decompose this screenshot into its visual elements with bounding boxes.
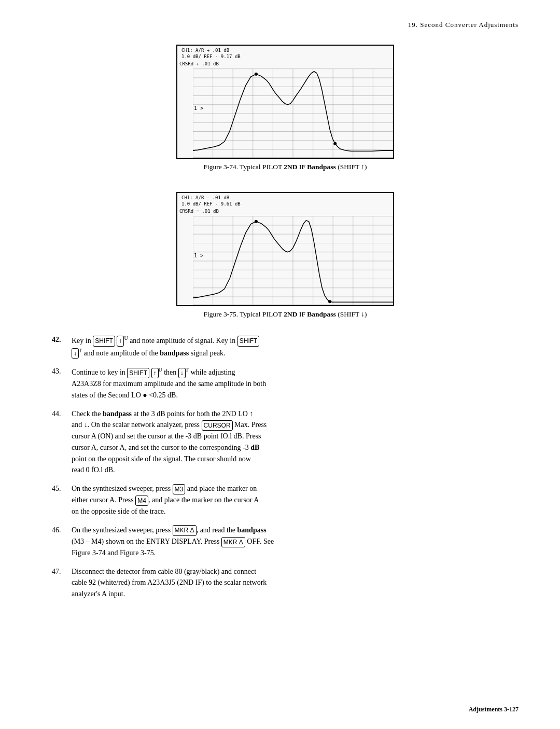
sup-t-1: T xyxy=(79,348,82,353)
osc-74-line2: 1.0 dB/ REF - 9.17 dB xyxy=(181,54,241,60)
kbd-shift-2: SHIFT xyxy=(237,336,260,347)
kbd-m3: M3 xyxy=(173,484,186,495)
list-item-44: 44. Check the bandpass at the 3 dB point… xyxy=(52,408,519,476)
osc-74-header: CH1: A/R + .01 dB 1.0 dB/ REF - 9.17 dB xyxy=(179,47,243,61)
list-item-45: 45. On the synthesized sweeper, press M3… xyxy=(52,483,519,517)
list-num-47: 47. xyxy=(52,566,72,600)
osc-75-svg: 1 > xyxy=(193,216,393,305)
osc-74-line1: CH1: A/R + .01 dB xyxy=(181,48,241,54)
footer-text: Adjustments 3-127 xyxy=(469,706,519,713)
kbd-shift-1: SHIFT xyxy=(93,336,115,347)
page-footer: Adjustments 3-127 xyxy=(469,706,519,713)
list-num-42: 42. xyxy=(52,334,72,359)
figure-74-caption: Figure 3-74. Typical PILOT 2ND IF Bandpa… xyxy=(203,163,367,171)
svg-point-48 xyxy=(328,300,331,303)
figure-74-block: CH1: A/R + .01 dB 1.0 dB/ REF - 9.17 dB … xyxy=(52,45,519,182)
kbd-up-2: ↑ xyxy=(151,368,159,379)
list-text-45: On the synthesized sweeper, press M3 and… xyxy=(72,483,519,517)
kbd-m4: M4 xyxy=(135,496,148,506)
kbd-down-1: ↓ xyxy=(72,348,79,359)
osc-75-line1: CH1: A/R - .01 dB xyxy=(181,195,241,201)
figure-75-block: CH1: A/R - .01 dB 1.0 dB/ REF - 9.61 dB … xyxy=(52,192,519,329)
osc-75-header: CH1: A/R - .01 dB 1.0 dB/ REF - 9.61 dB xyxy=(179,194,243,208)
list-num-46: 46. xyxy=(52,525,72,559)
svg-text:1 >: 1 > xyxy=(194,253,203,258)
oscilloscope-74: CH1: A/R + .01 dB 1.0 dB/ REF - 9.17 dB … xyxy=(176,45,394,159)
list-item-42: 42. Key in SHIFT ↑U and note amplitude o… xyxy=(52,334,519,359)
kbd-mkr-delta-1: MKR Δ xyxy=(173,525,197,536)
list-item-46: 46. On the synthesized sweeper, press MK… xyxy=(52,525,519,559)
page-header: 19. Second Converter Adjustments xyxy=(52,21,519,29)
osc-74-crsr: CRSRd + .01 dB xyxy=(179,61,219,66)
list-text-44: Check the bandpass at the 3 dB points fo… xyxy=(72,408,519,476)
kbd-shift-3: SHIFT xyxy=(127,368,149,379)
kbd-up-1: ↑ xyxy=(117,336,124,347)
list-item-43: 43. Continue to key in SHIFT ↑U then ↓T … xyxy=(52,366,519,401)
list-num-43: 43. xyxy=(52,366,72,401)
osc-74-svg: 1 > xyxy=(193,68,393,158)
svg-point-22 xyxy=(255,73,258,76)
list-text-43: Continue to key in SHIFT ↑U then ↓T whil… xyxy=(72,366,519,401)
list-num-45: 45. xyxy=(52,483,72,517)
sup-u-2: U xyxy=(159,367,162,373)
list-item-47: 47. Disconnect the detector from cable 8… xyxy=(52,566,519,600)
figure-75-caption: Figure 3-75. Typical PILOT 2ND IF Bandpa… xyxy=(203,310,367,319)
list-text-47: Disconnect the detector from cable 80 (g… xyxy=(72,566,519,600)
list-text-42: Key in SHIFT ↑U and note amplitude of si… xyxy=(72,334,519,359)
sup-t-2: T xyxy=(186,367,189,373)
page: 19. Second Converter Adjustments CH1: A/… xyxy=(0,0,560,729)
kbd-down-2: ↓ xyxy=(178,368,186,379)
osc-75-crsr: CRSRd = .01 dB xyxy=(179,209,219,214)
oscilloscope-75: CH1: A/R - .01 dB 1.0 dB/ REF - 9.61 dB … xyxy=(176,192,394,306)
kbd-cursor: CURSOR xyxy=(202,420,233,431)
kbd-mkr-delta-2: MKR Δ xyxy=(221,537,245,548)
list-text-46: On the synthesized sweeper, press MKR Δ,… xyxy=(72,525,519,559)
svg-point-23 xyxy=(333,142,337,145)
header-text: 19. Second Converter Adjustments xyxy=(408,21,519,29)
sup-u-1: U xyxy=(124,335,128,341)
svg-point-47 xyxy=(255,220,258,223)
content-body: 42. Key in SHIFT ↑U and note amplitude o… xyxy=(52,334,519,600)
osc-75-line2: 1.0 dB/ REF - 9.61 dB xyxy=(181,201,241,208)
list-num-44: 44. xyxy=(52,408,72,476)
svg-text:1 >: 1 > xyxy=(194,105,203,111)
